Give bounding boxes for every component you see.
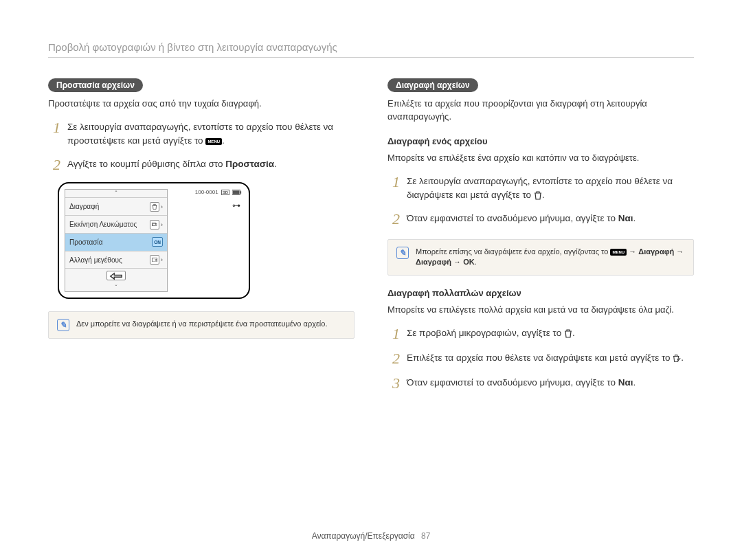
trash-icon [534,190,542,200]
chevron-right-icon: › [161,256,163,263]
protect-step-1: 1 Σε λειτουργία αναπαραγωγής, εντοπίστε … [48,120,355,148]
note-icon: ✎ [57,319,69,331]
note-bold: Διαγραφή [638,247,674,256]
page-title: Προβολή φωτογραφιών ή βίντεο στη λειτουρ… [48,41,694,58]
step-text-fragment: . [633,213,636,223]
step-number: 1 [48,120,60,148]
step-text-fragment: Σε προβολή μικρογραφιών, αγγίξτε το [407,328,564,338]
step-text: Επιλέξτε τα αρχεία που θέλετε να διαγράψ… [407,351,694,366]
note-text: Δεν μπορείτε να διαγράψετε ή να περιστρέ… [76,319,327,329]
svg-rect-5 [240,191,241,194]
footer-section: Αναπαραγωγή/Επεξεργασία [312,531,415,541]
menu-back[interactable] [65,268,167,284]
delete-multi-step-3: 3 Όταν εμφανιστεί το αναδυόμενο μήνυμα, … [387,376,694,391]
step-text: Αγγίξτε το κουμπί ρύθμισης δίπλα στο Προ… [67,157,355,172]
note-icon: ✎ [396,247,409,259]
step-number: 1 [387,326,400,341]
delete-files-heading: Διαγραφή αρχείων [387,78,478,92]
note-fragment: Μπορείτε επίσης να διαγράψετε ένα αρχείο… [416,247,610,256]
step-number: 1 [387,175,400,203]
step-text: Όταν εμφανιστεί το αναδυόμενο μήνυμα, αγ… [407,212,694,227]
step-text-fragment: Όταν εμφανιστεί το αναδυόμενο μήνυμα, αγ… [407,377,618,388]
camera-status-area: 100-0001 SD [168,189,243,292]
step-number: 2 [387,351,400,366]
delete-intro: Επιλέξτε τα αρχεία που προορίζονται για … [387,98,694,124]
delete-multi-step-2: 2 Επιλέξτε τα αρχεία που θέλετε να διαγρ… [387,351,694,366]
arrow-sep: → [451,258,463,266]
album-icon [150,220,159,229]
page-number: 87 [421,531,430,541]
content-columns: Προστασία αρχείων Προστατέψτε τα αρχεία … [48,78,694,401]
delete-multi-step-1: 1 Σε προβολή μικρογραφιών, αγγίξτε το . [387,326,694,341]
resize-icon [150,255,159,265]
arrow-sep: → [629,247,638,256]
sd-card-icon: SD [221,190,229,195]
step-text-bold: Ναι [618,213,633,223]
step-text-fragment: . [633,377,636,388]
menu-item-label: Αλλαγή μεγέθους [69,256,122,264]
trash-icon [150,202,159,212]
left-column: Προστασία αρχείων Προστατέψτε τα αρχεία … [48,78,355,401]
step-text-fragment: . [274,159,277,169]
menu-item-resize[interactable]: Αλλαγή μεγέθους › [65,251,167,269]
trash-icon [564,328,572,338]
step-text-fragment: Όταν εμφανιστεί το αναδυόμενο μήνυμα, αγ… [407,213,618,223]
battery-icon [232,190,242,195]
camera-ui-mock: ˆ Διαγραφή › Εκκίνηση Λευκώματος [58,182,250,299]
step-text-fragment: Αγγίξτε το κουμπί ρύθμισης δίπλα στο [67,159,225,169]
file-index: 100-0001 [195,189,218,195]
note-protected-file: ✎ Δεν μπορείτε να διαγράψετε ή να περιστ… [48,311,355,339]
svg-rect-4 [233,190,240,194]
menu-item-label: Εκκίνηση Λευκώματος [69,221,137,228]
step-text: Όταν εμφανιστεί το αναδυόμενο μήνυμα, αγ… [407,376,694,391]
menu-item-album[interactable]: Εκκίνηση Λευκώματος › [65,215,167,233]
protect-step-2: 2 Αγγίξτε το κουμπί ρύθμισης δίπλα στο Π… [48,157,355,172]
menu-item-delete[interactable]: Διαγραφή › [65,197,167,215]
note-delete-via-menu: ✎ Μπορείτε επίσης να διαγράψετε ένα αρχε… [387,239,694,276]
menu-item-label: Διαγραφή [69,203,99,210]
delete-multi-subhead: Διαγραφή πολλαπλών αρχείων [387,288,694,298]
camera-menu-list: ˆ Διαγραφή › Εκκίνηση Λευκώματος [65,189,168,292]
back-icon [106,271,126,280]
step-number: 2 [387,212,400,227]
step-text: Σε λειτουργία αναπαραγωγής, εντοπίστε το… [407,175,694,203]
step-text-fragment: Επιλέξτε τα αρχεία που θέλετε να διαγράψ… [407,352,673,363]
menu-item-label: Προστασία [69,238,102,246]
step-number: 2 [48,157,60,172]
menu-icon: MENU [610,249,627,256]
step-text-fragment: . [222,135,225,146]
chevron-right-icon: › [161,221,163,228]
delete-single-step-1: 1 Σε λειτουργία αναπαραγωγής, εντοπίστε … [387,175,694,203]
delete-single-step-2: 2 Όταν εμφανιστεί το αναδυόμενο μήνυμα, … [387,212,694,227]
step-text-fragment: Σε λειτουργία αναπαραγωγής, εντοπίστε το… [67,122,333,146]
menu-icon: MENU [205,138,222,145]
right-column: Διαγραφή αρχείων Επιλέξτε τα αρχεία που … [387,78,694,401]
chevron-right-icon: › [161,203,163,210]
delete-multi-intro: Μπορείτε να επιλέγετε πολλά αρχεία και μ… [387,304,694,317]
lock-icon [232,200,240,210]
note-bold: Διαγραφή [416,258,451,266]
note-text: Μπορείτε επίσης να διαγράψετε ένα αρχείο… [416,247,685,268]
step-text-bold: Προστασία [225,159,274,169]
step-text: Σε λειτουργία αναπαραγωγής, εντοπίστε το… [67,120,355,148]
delete-single-intro: Μπορείτε να επιλέξετε ένα αρχείο και κατ… [387,152,694,165]
step-text: Σε προβολή μικρογραφιών, αγγίξτε το . [407,326,694,341]
ok-label: OK [463,258,475,266]
protect-files-heading: Προστασία αρχείων [48,78,143,92]
step-text-bold: Ναι [618,377,633,388]
protect-intro: Προστατέψτε τα αρχεία σας από την τυχαία… [48,98,355,111]
step-number: 3 [387,376,400,391]
scroll-down-icon[interactable]: ˇ [65,284,167,291]
arrow-sep: → [674,247,684,256]
menu-item-protect[interactable]: Προστασία ON [65,233,167,251]
scroll-up-icon[interactable]: ˆ [65,190,167,197]
trash-check-icon [673,353,681,363]
page-footer: Αναπαραγωγή/Επεξεργασία 87 [0,531,742,541]
note-fragment: . [475,258,477,266]
toggle-on[interactable]: ON [152,237,163,247]
delete-single-subhead: Διαγραφή ενός αρχείου [387,136,694,146]
